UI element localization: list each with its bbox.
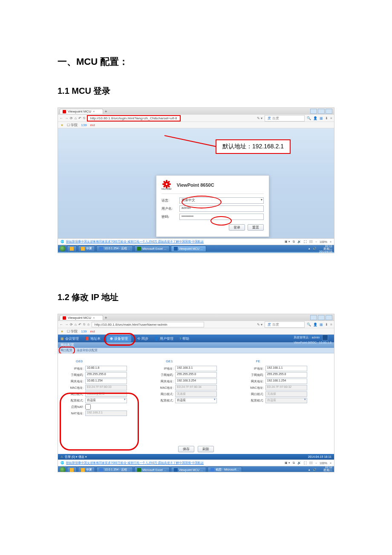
alert-text[interactable]: 告警 (0) ▾ 信息 ▾	[65, 455, 87, 459]
ge0-ip-input[interactable]: 10.80.1.8	[85, 366, 127, 371]
task-item[interactable]: Microsoft Excel …	[134, 246, 169, 252]
undo-icon[interactable]: ↶	[78, 116, 81, 120]
clock[interactable]: 10:12 星期二 2014/4/15	[319, 465, 332, 473]
task-item[interactable]	[67, 467, 77, 473]
task-item[interactable]: Microsoft Excel …	[134, 467, 169, 473]
home-icon[interactable]: ⌂	[75, 323, 77, 327]
bookmark-item[interactable]: 139	[81, 330, 86, 333]
new-tab-button[interactable]: +	[105, 315, 107, 320]
bookmark-item[interactable]: md	[90, 330, 95, 333]
task-item[interactable]: 10.0.1.254 - 远程…	[96, 467, 133, 473]
tool-icon[interactable]: ✎ ▾	[257, 323, 262, 327]
news-link[interactable]: 联始新报章中国女游客将回家要求7000万赔金·城管打死一个人才60万·原始真是不…	[66, 240, 204, 244]
tool-icon[interactable]: ✎ ▾	[257, 116, 262, 120]
search-icon[interactable]: 🔍	[307, 323, 311, 327]
new-tab-button[interactable]: +	[105, 109, 107, 114]
download-icon[interactable]: ⬇	[325, 116, 328, 120]
star-icon[interactable]: ★	[61, 123, 63, 127]
close-icon[interactable]: ×	[93, 110, 95, 113]
task-item[interactable]: 10.0.1.254 - 远程…	[96, 246, 133, 252]
zoom-out[interactable]: −	[315, 462, 317, 465]
reload-icon[interactable]: ⟳	[70, 323, 73, 327]
tray-icon[interactable]: ▴	[308, 247, 310, 250]
bookmark-item[interactable]: ☐ 学院	[67, 123, 78, 127]
menu-addr[interactable]: 📕地址本	[85, 336, 101, 341]
user-icon[interactable]: 👤	[313, 323, 317, 327]
split-icon[interactable]: ▯▯	[309, 240, 313, 243]
task-item[interactable]: 华夏	[78, 246, 95, 252]
expand-icon[interactable]: ⛶	[304, 462, 307, 465]
fe-ip-input[interactable]: 192.168.1.1	[265, 366, 307, 371]
expand-icon[interactable]: ⛶	[304, 240, 307, 243]
fe-gw-input[interactable]: 192.168.1.254	[265, 379, 307, 384]
menu-icon[interactable]: ≡	[330, 323, 332, 327]
app-icon[interactable]: ▦	[320, 323, 323, 327]
ge1-gw-input[interactable]: 192.168.3.254	[175, 379, 217, 384]
ge1-cfg-select[interactable]: 自适应	[175, 398, 217, 403]
zoom-out[interactable]: −	[315, 240, 317, 243]
tray-icon[interactable]: 🔊	[313, 468, 317, 471]
download-icon[interactable]: ⬇	[325, 323, 328, 327]
ge1-mask-input[interactable]: 255.255.255.0	[175, 372, 217, 378]
tray-icon[interactable]: ▴	[308, 468, 310, 471]
save-button[interactable]: 保存	[178, 446, 194, 452]
news-link[interactable]: 联始新报章中国女游客将回家要求7000万赔金·城管打死一个人才60万·原始真是不…	[66, 461, 204, 465]
ge0-gw-input[interactable]: 10.80.1.254	[85, 379, 127, 384]
user-icon[interactable]: 👤	[313, 116, 317, 120]
star-icon[interactable]: ★	[61, 330, 63, 333]
max-button[interactable]	[318, 315, 325, 320]
close-button[interactable]	[326, 315, 332, 320]
menu-icon[interactable]: ≡	[330, 116, 332, 120]
url-input[interactable]: http://10.80.1.8/src/main.html?userName=…	[92, 322, 204, 327]
sound-icon[interactable]: 🔊	[297, 240, 301, 243]
min-button[interactable]	[310, 109, 317, 114]
max-button[interactable]	[318, 109, 325, 114]
refresh-button[interactable]: 刷新	[198, 446, 214, 452]
zoom-in[interactable]: +	[330, 240, 331, 243]
menu-user[interactable]: 👤用户管理	[154, 336, 173, 341]
forward-icon[interactable]: →	[65, 116, 68, 120]
min-button[interactable]	[310, 315, 317, 320]
start-button[interactable]	[60, 246, 66, 251]
task-item[interactable]: Viewpoint MCU …	[171, 246, 206, 252]
task-item[interactable]	[67, 246, 77, 252]
bookmark-item[interactable]: md	[90, 123, 95, 127]
close-icon[interactable]: ×	[93, 316, 95, 320]
search-icon[interactable]: 🔍	[307, 116, 311, 120]
start-button[interactable]	[60, 467, 66, 472]
menu-sync[interactable]: ⟲同步	[137, 336, 148, 341]
reset-button[interactable]: 重置	[248, 224, 264, 231]
task-item[interactable]: Viewpoint MCU …	[171, 467, 206, 473]
search-input[interactable]: 度百度	[265, 321, 305, 328]
url-input[interactable]: http://10.80.1.8/src/login.html?lang=zh_…	[87, 115, 181, 121]
browser-tab[interactable]: Viewpoint MCU ×	[60, 109, 103, 114]
app-icon[interactable]: ▦	[320, 116, 323, 120]
close-button[interactable]	[326, 109, 332, 114]
compat-icon[interactable]: ▣ ▾	[285, 461, 290, 465]
ge0-mask-input[interactable]: 255.255.255.0	[85, 372, 127, 378]
undo-icon[interactable]: ↶	[78, 323, 81, 327]
search-input[interactable]: 度百度	[265, 115, 305, 121]
zoom-in[interactable]: +	[330, 462, 331, 465]
bookmark-item[interactable]: 139	[81, 123, 86, 127]
browser-tab[interactable]: Viewpoint MCU ×	[60, 315, 103, 320]
login-button[interactable]: 登录	[229, 224, 245, 231]
stop-icon[interactable]: ⦸	[83, 322, 85, 327]
fe-mask-input[interactable]: 255.255.255.0	[265, 372, 307, 378]
back-icon[interactable]: ←	[60, 116, 63, 120]
stop-icon[interactable]: ⦸	[83, 116, 85, 120]
menu-help[interactable]: ?帮助	[179, 336, 189, 341]
forward-icon[interactable]: →	[65, 323, 68, 327]
back-icon[interactable]: ←	[60, 323, 63, 327]
reload-icon[interactable]: ⟳	[70, 116, 73, 120]
screenshot-icon[interactable]: ⧉	[293, 461, 295, 465]
task-item[interactable]: 华夏	[78, 467, 95, 473]
clock[interactable]: 10:11 星期二 2014/4/15	[319, 244, 332, 253]
home-icon[interactable]: ⌂	[75, 116, 77, 120]
ge1-ip-input[interactable]: 192.168.3.1	[175, 366, 217, 371]
subtab-proto[interactable]: 连接和协议配置	[77, 348, 98, 353]
sound-icon[interactable]: 🔊	[297, 461, 301, 465]
menu-conf[interactable]: ▦会议管理	[61, 336, 79, 341]
logout-icon[interactable]	[322, 335, 328, 341]
screenshot-icon[interactable]: ⧉	[293, 240, 295, 243]
